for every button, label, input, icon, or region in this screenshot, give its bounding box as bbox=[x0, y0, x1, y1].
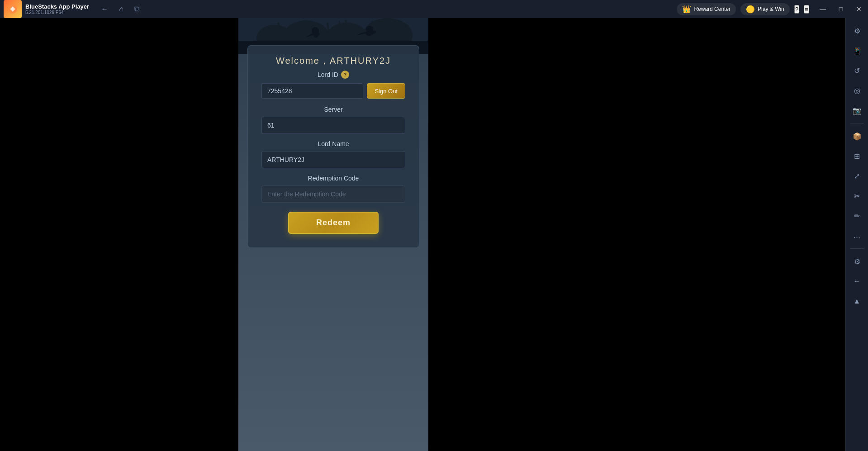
sidebar-divider-2 bbox=[850, 248, 864, 249]
maximize-button[interactable]: □ bbox=[832, 0, 850, 18]
app-name: BlueStacks App Player bbox=[25, 3, 89, 10]
right-sidebar: ⚙ 📱 ↺ ◎ 📷 📦 ⊞ ⤢ ✂ ✏ … ⚙ ← ▲ bbox=[845, 18, 868, 451]
menu-button[interactable]: ≡ bbox=[804, 5, 809, 14]
window-controls: — □ ✕ bbox=[814, 0, 868, 18]
sidebar-resize-btn[interactable]: ⤢ bbox=[848, 167, 866, 185]
sidebar-apk-btn[interactable]: 📦 bbox=[848, 127, 866, 145]
coin-icon: 🟡 bbox=[746, 5, 755, 14]
home-button[interactable]: ⌂ bbox=[116, 3, 126, 15]
titlebar-right: 👑 Reward Center 🟡 Play & Win ? ≡ bbox=[677, 3, 809, 15]
game-panel: Welcome，ARTHURY2J Lord ID ? Sign Out Ser… bbox=[238, 0, 428, 451]
help-button[interactable]: ? bbox=[794, 5, 799, 14]
sidebar-grid-btn[interactable]: ⊞ bbox=[848, 147, 866, 165]
server-label: Server bbox=[261, 106, 405, 113]
lord-id-row: Sign Out bbox=[261, 83, 405, 99]
titlebar-nav: ← ⌂ ⧉ bbox=[98, 3, 142, 15]
crown-icon: 👑 bbox=[682, 5, 691, 14]
tabs-button[interactable]: ⧉ bbox=[132, 3, 142, 15]
sidebar-gear-btn[interactable]: ⚙ bbox=[848, 252, 866, 271]
sidebar-location-btn[interactable]: ◎ bbox=[848, 81, 866, 100]
lord-name-label: Lord Name bbox=[261, 140, 405, 147]
titlebar: BlueStacks App Player 5.21.201.1029 P64 … bbox=[0, 0, 868, 18]
app-name-block: BlueStacks App Player 5.21.201.1029 P64 bbox=[25, 3, 89, 15]
redeem-button[interactable]: Redeem bbox=[288, 212, 379, 234]
lord-id-label-text: Lord ID bbox=[318, 71, 338, 78]
play-win-button[interactable]: 🟡 Play & Win bbox=[740, 3, 790, 15]
lord-id-input[interactable] bbox=[261, 83, 363, 99]
redemption-code-label: Redemption Code bbox=[261, 175, 405, 182]
sidebar-settings-btn[interactable]: ⚙ bbox=[848, 22, 866, 40]
server-input[interactable] bbox=[261, 117, 405, 134]
sidebar-divider-1 bbox=[850, 123, 864, 123]
reward-center-label: Reward Center bbox=[694, 6, 730, 12]
close-button[interactable]: ✕ bbox=[850, 0, 868, 18]
sign-out-button[interactable]: Sign Out bbox=[367, 83, 405, 99]
back-button[interactable]: ← bbox=[98, 3, 111, 15]
lord-name-input[interactable] bbox=[261, 151, 405, 168]
play-win-label: Play & Win bbox=[758, 6, 784, 12]
sidebar-screen-btn[interactable]: 📱 bbox=[848, 42, 866, 60]
minimize-button[interactable]: — bbox=[814, 0, 832, 18]
reward-center-button[interactable]: 👑 Reward Center bbox=[677, 3, 736, 15]
app-logo bbox=[4, 0, 22, 18]
app-version: 5.21.201.1029 P64 bbox=[25, 10, 89, 15]
lord-id-help-icon[interactable]: ? bbox=[341, 71, 349, 79]
welcome-text: Welcome，ARTHURY2J bbox=[261, 55, 405, 67]
sidebar-camera-btn[interactable]: 📷 bbox=[848, 101, 866, 119]
form-container: Welcome，ARTHURY2J Lord ID ? Sign Out Ser… bbox=[247, 45, 419, 248]
sidebar-edit-btn[interactable]: ✏ bbox=[848, 207, 866, 225]
sidebar-rotate-btn[interactable]: ↺ bbox=[848, 62, 866, 80]
sidebar-clip-btn[interactable]: ✂ bbox=[848, 187, 866, 205]
sidebar-more-btn[interactable]: … bbox=[848, 227, 866, 245]
sidebar-back-btn[interactable]: ← bbox=[848, 272, 866, 290]
redemption-code-input[interactable] bbox=[261, 185, 405, 203]
lord-id-label-row: Lord ID ? bbox=[261, 71, 405, 79]
sidebar-up-btn[interactable]: ▲ bbox=[848, 292, 866, 310]
